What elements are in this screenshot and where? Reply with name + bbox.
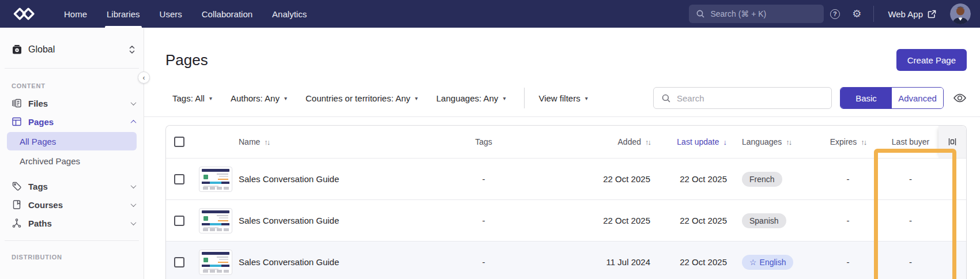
gear-icon: ⚙: [852, 9, 861, 19]
sidebar-item-label: Files: [28, 99, 125, 108]
sidebar-collapse-button[interactable]: ‹: [138, 71, 150, 84]
nav-item-home[interactable]: Home: [54, 0, 97, 28]
page-name-link[interactable]: Sales Conversation Guide: [239, 174, 339, 184]
filter-label: Tags: All: [172, 93, 205, 103]
help-icon: ?: [830, 9, 840, 19]
create-page-button[interactable]: Create Page: [896, 49, 967, 71]
settings-button[interactable]: ⚙: [846, 0, 868, 28]
sidebar-item-files[interactable]: Files: [0, 94, 144, 112]
row-checkbox[interactable]: [174, 174, 184, 184]
chevron-down-icon: [131, 100, 137, 105]
column-header-name[interactable]: Name ↑↓: [239, 137, 429, 146]
sidebar-item-tags[interactable]: Tags: [0, 177, 144, 195]
caret-down-icon: ▾: [209, 95, 212, 101]
basic-mode-button[interactable]: Basic: [840, 88, 892, 108]
sidebar-item-pages[interactable]: Pages: [0, 112, 144, 131]
help-button[interactable]: ?: [824, 0, 846, 28]
advanced-mode-button[interactable]: Advanced: [892, 88, 943, 108]
sidebar-item-paths[interactable]: Paths: [0, 214, 144, 232]
view-filters-dropdown[interactable]: View filters ▾: [538, 93, 587, 103]
filter-label: Authors: Any: [231, 93, 280, 103]
search-icon: [661, 93, 671, 103]
content-section-header: CONTENT: [12, 82, 144, 89]
workspace-switcher-icon[interactable]: [129, 45, 135, 54]
tags-value: -: [483, 216, 485, 225]
sidebar-subitem-all-pages[interactable]: All Pages: [7, 132, 137, 150]
preview-visibility-button[interactable]: [953, 93, 967, 103]
filter-authors[interactable]: Authors: Any ▾: [231, 93, 287, 103]
column-header-last-buyer[interactable]: Last buyer: [883, 137, 938, 146]
nav-divider: [873, 6, 874, 22]
sort-icon[interactable]: ↑↓: [264, 138, 269, 146]
row-checkbox[interactable]: [174, 216, 184, 226]
star-icon: ☆: [749, 258, 757, 266]
main-content: Pages Create Page Tags: All ▾ Authors: A…: [144, 28, 980, 279]
page-thumbnail[interactable]: [199, 167, 232, 192]
last-buyer-value: -: [909, 257, 912, 267]
nav-item-users[interactable]: Users: [150, 0, 192, 28]
page-thumbnail[interactable]: [199, 208, 232, 233]
user-avatar[interactable]: [950, 3, 971, 24]
filter-tags[interactable]: Tags: All ▾: [172, 93, 212, 103]
table-row[interactable]: Sales Conversation Guide - 11 Jul 2024 2…: [166, 241, 966, 279]
sidebar-subitem-archived-pages[interactable]: Archived Pages: [7, 152, 137, 170]
page-title: Pages: [165, 51, 208, 69]
page-name-link[interactable]: Sales Conversation Guide: [239, 257, 339, 267]
filter-label: Languages: Any: [436, 93, 499, 103]
column-header-last-update[interactable]: Last update ↓: [650, 137, 727, 146]
column-header-expires[interactable]: Expires ↑↓: [813, 137, 883, 146]
column-header-tags[interactable]: Tags: [429, 137, 538, 146]
toolbar-divider: [524, 88, 525, 108]
column-header-languages[interactable]: Languages ↑↓: [727, 137, 813, 146]
table-search-input[interactable]: [677, 93, 824, 103]
last-update-date: 22 Oct 2025: [680, 216, 727, 225]
sidebar-item-courses[interactable]: Courses: [0, 195, 144, 214]
page-thumbnail[interactable]: [199, 250, 232, 275]
caret-down-icon: ▾: [503, 95, 506, 101]
table-header-row: Name ↑↓ Tags Added ↑↓ Last update ↓ Lang…: [166, 126, 966, 158]
filter-countries[interactable]: Countries or territories: Any ▾: [306, 93, 418, 103]
caret-down-icon: ▾: [585, 95, 588, 101]
workspace-selector[interactable]: Global: [12, 42, 135, 58]
sort-icon[interactable]: ↑↓: [645, 138, 650, 146]
sidebar-item-label: Tags: [28, 182, 125, 191]
subitem-label: Archived Pages: [20, 156, 80, 166]
added-date: 11 Jul 2024: [606, 257, 650, 267]
nav-item-analytics[interactable]: Analytics: [262, 0, 316, 28]
chevron-up-icon: [131, 119, 137, 125]
chevron-down-icon: [131, 220, 137, 225]
column-header-added[interactable]: Added ↑↓: [538, 137, 650, 146]
distribution-section-header: DISTRIBUTION: [12, 254, 144, 261]
sidebar-divider: [5, 240, 139, 241]
library-icon: [12, 44, 22, 55]
filter-languages[interactable]: Languages: Any ▾: [436, 93, 506, 103]
sidebar-item-label: Courses: [28, 200, 125, 210]
table-search[interactable]: [653, 87, 832, 109]
column-settings-button[interactable]: [938, 126, 966, 158]
pages-table: Name ↑↓ Tags Added ↑↓ Last update ↓ Lang…: [165, 125, 967, 279]
nav-item-libraries[interactable]: Libraries: [97, 0, 150, 28]
nav-item-collaboration[interactable]: Collaboration: [192, 0, 262, 28]
seismic-logo-icon[interactable]: [13, 6, 37, 21]
chevron-down-icon: [131, 183, 137, 188]
expires-value: -: [847, 216, 850, 225]
subitem-label: All Pages: [20, 137, 56, 146]
language-badge[interactable]: French: [742, 172, 782, 187]
page-name-link[interactable]: Sales Conversation Guide: [239, 216, 339, 225]
added-date: 22 Oct 2025: [603, 174, 650, 184]
sort-icon[interactable]: ↑↓: [786, 138, 791, 146]
global-search-button[interactable]: Search (⌘ + K): [689, 5, 824, 23]
workspace-name: Global: [28, 44, 123, 55]
sidebar-divider: [5, 68, 139, 69]
table-row[interactable]: Sales Conversation Guide - 22 Oct 2025 2…: [166, 158, 966, 199]
select-all-checkbox[interactable]: [174, 137, 184, 147]
filters-toolbar: Tags: All ▾ Authors: Any ▾ Countries or …: [144, 87, 980, 117]
sidebar-item-label: Pages: [28, 117, 125, 127]
row-checkbox[interactable]: [174, 257, 184, 267]
sort-icon[interactable]: ↑↓: [861, 138, 866, 146]
language-badge[interactable]: ☆ English: [742, 255, 793, 270]
language-badge[interactable]: Spanish: [742, 213, 786, 228]
web-app-link[interactable]: Web App: [880, 9, 944, 19]
view-filters-label: View filters: [538, 93, 580, 103]
table-row[interactable]: Sales Conversation Guide - 22 Oct 2025 2…: [166, 199, 966, 241]
